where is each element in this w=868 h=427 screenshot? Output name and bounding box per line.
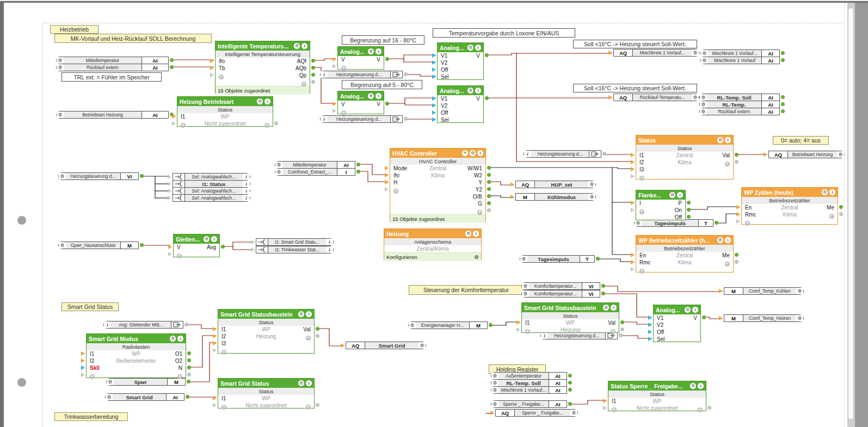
output-dot[interactable] — [311, 59, 315, 63]
gear-icon[interactable]: ⚙ — [470, 150, 476, 156]
input-connector[interactable]: ⚙TagesimpulsT — [520, 255, 595, 263]
output-dot[interactable] — [601, 292, 605, 295]
input-port[interactable] — [736, 219, 740, 224]
input-connector[interactable]: ⚙Smart GridAI — [105, 393, 184, 401]
block-analog-begrenzung-5[interactable]: Analog...⚙iVV+ — [337, 91, 384, 114]
output-connector[interactable]: MKühlmodus⚙ — [515, 193, 596, 201]
gear-icon[interactable]: ⚙ — [590, 195, 594, 200]
gear-icon[interactable]: ⚙ — [839, 152, 843, 157]
output-dot[interactable] — [487, 173, 491, 177]
gear-icon[interactable]: ⚙ — [108, 380, 113, 385]
input-port[interactable] — [81, 358, 85, 363]
output-dot[interactable] — [356, 163, 360, 166]
input-connector[interactable]: ⚙Komforttemperatur...VI — [521, 282, 600, 290]
unused-dot[interactable] — [274, 121, 278, 125]
info-icon[interactable]: i — [477, 150, 483, 156]
block-hvac-controller[interactable]: HVAC Controller+⚙iHVAC ControllerModeZen… — [390, 148, 486, 222]
input-port[interactable] — [213, 327, 217, 331]
input-port[interactable] — [608, 95, 612, 100]
block-status-sperre-freigabe[interactable]: Status Sperre _ Freigabe...⚙iStatusI1WP+… — [608, 381, 706, 411]
output-dot[interactable] — [596, 257, 600, 261]
unused-dot[interactable] — [707, 406, 711, 410]
output-dot[interactable] — [485, 96, 489, 100]
gear-icon[interactable]: ⚙ — [701, 95, 706, 100]
input-connector[interactable]: ⚙Rücklauf externAI — [56, 64, 169, 71]
output-dot[interactable] — [620, 320, 624, 324]
input-port[interactable] — [631, 160, 635, 164]
input-connector[interactable]: ⚙Sperre _ Freigabe...AI — [491, 400, 567, 408]
output-dot[interactable] — [187, 366, 191, 369]
output-dot[interactable] — [568, 374, 572, 378]
output-dot[interactable] — [781, 58, 785, 62]
gear-icon[interactable]: ⚙ — [294, 43, 300, 49]
output-dot[interactable] — [487, 180, 491, 184]
input-connector[interactable]: ⚙Komforttemperatur...VI — [521, 290, 600, 298]
input-port[interactable] — [631, 267, 635, 271]
input-port[interactable] — [736, 212, 740, 216]
gear-icon[interactable]: ⚙ — [701, 109, 706, 114]
export-reference-connector[interactable]: iAvg: Gleitender Mitt... — [103, 321, 183, 329]
input-port[interactable] — [81, 373, 85, 377]
block-header[interactable]: Analog...⚙i — [438, 43, 483, 52]
info-icon[interactable]: i — [473, 231, 479, 237]
output-connector[interactable]: AQBetriebsart Heizung⚙ — [768, 151, 845, 158]
vertical-scrollbar-thumb[interactable] — [848, 8, 854, 420]
block-header[interactable]: Heizung⚙i — [384, 229, 481, 238]
add-output-button[interactable]: + — [829, 211, 834, 218]
unused-dot[interactable] — [316, 403, 319, 407]
gear-icon[interactable]: ⚙ — [572, 411, 576, 416]
output-dot[interactable] — [385, 57, 389, 61]
input-port[interactable] — [81, 366, 85, 370]
input-connector[interactable]: ⚙Comfonet_Extract_...I — [275, 168, 355, 176]
input-connector[interactable]: ⚙Mischkreis 1 Vorlauf...AI — [491, 386, 567, 394]
gear-icon[interactable]: ⚙ — [493, 402, 497, 407]
input-connector[interactable]: ⚙AußentemperaturAI — [491, 372, 567, 380]
add-output-button[interactable]: + — [306, 402, 311, 409]
add-output-button[interactable]: + — [725, 159, 730, 166]
input-port[interactable] — [385, 173, 389, 177]
input-port[interactable] — [385, 166, 389, 170]
input-port[interactable] — [631, 174, 635, 178]
output-dot[interactable] — [311, 73, 315, 77]
info-icon[interactable]: i — [544, 333, 545, 338]
block-header[interactable]: Status Sperre _ Freigabe...⚙i — [608, 381, 706, 391]
output-dot[interactable] — [715, 221, 718, 225]
output-dot[interactable] — [781, 109, 785, 113]
gear-icon[interactable]: ⚙ — [693, 51, 698, 55]
input-port[interactable] — [213, 348, 217, 352]
add-output-button[interactable]: + — [611, 326, 615, 333]
gear-icon[interactable]: ⚙ — [685, 307, 691, 313]
add-output-button[interactable]: + — [264, 120, 269, 127]
info-icon[interactable]: i — [245, 188, 247, 194]
gear-icon[interactable]: ⚙ — [493, 374, 497, 379]
info-icon[interactable]: i — [306, 311, 312, 317]
block-header[interactable]: Intelligente Temperaturs...⚙i — [216, 41, 310, 51]
add-output-button[interactable]: + — [301, 79, 306, 86]
input-port[interactable] — [490, 411, 494, 415]
block-header[interactable]: Smart Grid Statusbaustein⚙i — [218, 310, 314, 319]
gear-icon[interactable]: ⚙ — [277, 170, 281, 175]
gear-icon[interactable]: ⚙ — [58, 58, 63, 63]
block-header[interactable]: Smart Grid Modus⚙i — [87, 334, 186, 343]
export-reference-connector[interactable]: iHeizungsteuerung d... — [320, 71, 403, 78]
block-wp-betriebszeitzaehler[interactable]: WP Betriebszeitzähler (h...⚙iBetriebszei… — [636, 235, 734, 273]
output-dot[interactable] — [781, 51, 785, 55]
block-analog-wahlschalter-1[interactable]: Analog...⚙iV1VV2OffSel — [437, 42, 484, 80]
input-connector[interactable]: ⚙MitteltemperaturAI — [56, 57, 169, 64]
info-icon[interactable]: i — [611, 305, 617, 311]
info-icon[interactable]: i — [375, 48, 381, 54]
block-heizung-anlagenschema[interactable]: Heizung⚙iAnlagenschemaZentral/KlimaKonfi… — [384, 228, 482, 260]
block-header[interactable]: WP Betriebszeitzähler (h...⚙i — [636, 236, 733, 245]
input-connector[interactable]: ⚙SpwrM — [106, 378, 186, 386]
input-port[interactable] — [631, 253, 635, 257]
info-icon[interactable]: i — [375, 93, 381, 99]
gear-icon[interactable]: ⚙ — [474, 254, 479, 260]
input-port[interactable] — [385, 180, 389, 184]
input-port[interactable] — [213, 396, 217, 400]
input-port[interactable] — [333, 64, 336, 69]
gear-icon[interactable]: ⚙ — [493, 388, 497, 393]
output-dot[interactable] — [186, 395, 189, 399]
input-connector[interactable]: ⚙Betriebsart HeizungAI — [56, 111, 169, 119]
gear-icon[interactable]: ⚙ — [524, 284, 528, 289]
block-header[interactable]: Analog...⚙i — [338, 91, 384, 101]
